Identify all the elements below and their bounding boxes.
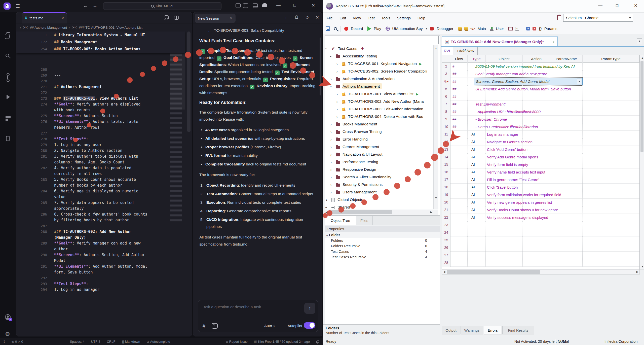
statusbar-item[interactable]: {} Markdown [122,340,140,343]
grid-col-type[interactable]: Type [468,55,486,63]
grid-row-3[interactable]: 3##Goal: Verify manager can add a new ge… [442,70,639,78]
notifications-bell-icon[interactable] [316,340,319,343]
grid-row-23[interactable]: 23 [442,221,639,229]
grid-scroll-left-icon[interactable]: ◀ [443,270,445,273]
maximize-button[interactable]: □ [293,3,296,8]
code-line[interactable]: 2868. Cross-check a few authors' book co… [16,212,185,217]
params-button[interactable]: Params [544,26,557,31]
grid-hscrollbar[interactable]: ◀ ▶ [442,269,640,274]
toggle-panel-icon[interactable] [253,3,258,8]
tab-new-session[interactable]: New Session ✕ [195,14,236,23]
grid-row-28[interactable]: 28 [442,259,639,267]
scroll-left-icon[interactable]: ◀ [325,211,327,214]
ai-chip-icon[interactable]: AI [515,27,519,31]
chat-icon[interactable] [262,3,267,7]
grid-row-19[interactable]: 19AIVerify form validation works for req… [442,191,639,199]
tree-item-search-filter-functionality[interactable]: ›Search & Filter Functionality [325,174,433,181]
code-line[interactable]: 1# Library Information System - Manual U… [16,31,185,39]
search-sidebar-icon[interactable] [6,54,9,57]
code-line[interactable]: 2941. Log in as manager [16,287,185,293]
spy-icon[interactable] [386,27,390,31]
tree-item-genres-management[interactable]: ›Genres Management [325,144,433,151]
grid-col-paramtype[interactable]: ParamType [583,55,639,63]
report-issue[interactable]: ⊚ Report issue [225,340,248,343]
code-line[interactable]: columns: Name, Age, Books Count [16,159,185,165]
scroll-right-icon[interactable]: ▶ [430,211,432,214]
grid-row-20[interactable]: 20AIVerify new genre appears in genres l… [442,199,639,206]
tab-tests-md[interactable]: ⬇ tests.md ✕ [22,12,67,23]
remote-status-icon[interactable]: ⟟ [4,339,5,344]
sticky-scroll[interactable]: 1# Library Information System - Manual U… [16,31,185,53]
property-row[interactable]: Test Cases Recursive4 [325,254,440,260]
editor-scrollbar[interactable] [187,31,191,132]
history-icon[interactable]: ↺ [306,15,309,21]
debugger-button[interactable]: Debugger [437,26,453,31]
tree-hscroll-thumb[interactable] [329,210,392,214]
output-tab-output[interactable]: Output [442,326,460,334]
grid-row-4[interactable]: 4 ▸##Screens: Genres Section, Add Genre … [442,78,639,85]
tab-files[interactable]: Files [356,216,373,225]
grid-hscroll-thumb[interactable] [447,270,540,274]
code-line[interactable]: 278**Test Steps**: [16,136,185,142]
grid-row-5[interactable]: 5##UI Elements: Add Genre button, Modal … [442,85,639,93]
new-chat-icon[interactable]: ＋ [284,15,288,21]
menu-help[interactable]: Help [418,16,425,20]
code-line[interactable]: 2824. Verify author data is populated [16,165,185,171]
rapise-close-button[interactable]: ✕ [634,3,637,8]
rapise-minimize-button[interactable]: — [598,3,602,8]
chat-scrollbar[interactable] [320,38,321,95]
debugger-icon[interactable] [430,27,434,30]
tree-item-responsive-design[interactable]: ›Responsive Design [325,166,433,174]
grid-row-2[interactable]: 2#2025-01-09 Initial version imported fr… [442,63,639,70]
tab-add-new[interactable]: +Add New [453,47,478,55]
grid-row-12[interactable]: 12AINavigate to Genres section [442,138,639,146]
code-line[interactable]: 274**Goal**: Verify authors are displaye… [16,101,185,107]
shield-remove-icon[interactable]: x [533,27,536,30]
code-line[interactable]: 293**Test Steps**: [16,281,185,287]
grid-row-22[interactable]: 22AIVerify success message is displayed [442,214,639,221]
browser-profile-combo[interactable]: Selenium - Chrome▼ [563,14,633,22]
grid-row-24[interactable]: 24 [442,229,639,236]
combo-dropdown-icon[interactable]: ▼ [627,14,633,21]
nav-back-icon[interactable]: ← [83,3,88,9]
code-line[interactable]: 2813. Verify authors table displays with [16,154,185,159]
code-line[interactable]: number of books by each author [16,183,185,188]
more-actions-icon[interactable]: ⋯ [184,15,188,20]
tree-item-cross-browser-testing[interactable]: ›Cross-Browser Testing [325,128,433,136]
tree-item-shared[interactable]: ›Shared [325,204,433,209]
document-tab-close-icon[interactable]: x [553,40,554,44]
tree-item-books-management[interactable]: ›Books Management [325,121,433,128]
tree-item-tc-access-001-keyboard-navigat[interactable]: ›TC-ACCESS-001: Keyboard Navigation▶ [325,60,433,68]
tab-list-dropdown-icon[interactable]: ▼ [637,38,642,44]
grid-row-27[interactable]: 27 [442,252,639,259]
grid-scrollbar[interactable]: ▲ ▼ [640,55,644,269]
tree-item-tc-access-002-screen-reader-co[interactable]: ›TC-ACCESS-002: Screen Reader Compatibil… [325,68,433,76]
code-line[interactable]: 287 [16,223,185,229]
code-icon[interactable]: </> [470,27,475,30]
code-line[interactable]: (Manager Only) [16,235,185,240]
code-line[interactable]: 2835. Verify Books Count shows accurate [16,177,185,183]
tree-item-accessibility-testing[interactable]: ›Accessibility Testing [325,53,433,60]
grid-col-flow[interactable]: Flow [450,55,468,63]
objects-stack-icon[interactable] [458,27,462,30]
grid-row-21[interactable]: 21AIVerify Books Count shows 0 for new g… [442,206,639,214]
grid-row-25[interactable]: 25 [442,236,639,244]
command-search-box[interactable]: Kiro_MCP1 [103,2,221,10]
menu-tools[interactable]: Tools [382,16,390,20]
code-line[interactable]: appropriately [16,206,185,212]
play-button[interactable]: Play [374,26,381,31]
tab-close-icon[interactable]: ✕ [61,16,64,20]
grid-row-10[interactable]: 10##- Demo Credentials: librarian/librar… [442,123,639,131]
property-row[interactable]: Test Cases4 [325,249,440,254]
grid-row-6[interactable]: 6## [442,93,639,100]
tree-item-authors-management[interactable]: ›Authors Management [325,83,433,91]
grid-scroll-right-icon[interactable]: ▶ [636,270,638,273]
code-line[interactable]: with book counts [16,107,185,113]
settings-gear-icon[interactable]: ⚙ [5,331,11,337]
code-line[interactable]: 268 [16,67,185,73]
code-line[interactable]: 2791. Log in as any user [16,142,185,148]
user-icon[interactable] [490,27,494,30]
code-line[interactable]: 276**UI Elements**: Authors table, Table [16,119,185,125]
record-button[interactable]: Record [351,26,363,31]
menu-edit[interactable]: Edit [339,16,346,20]
